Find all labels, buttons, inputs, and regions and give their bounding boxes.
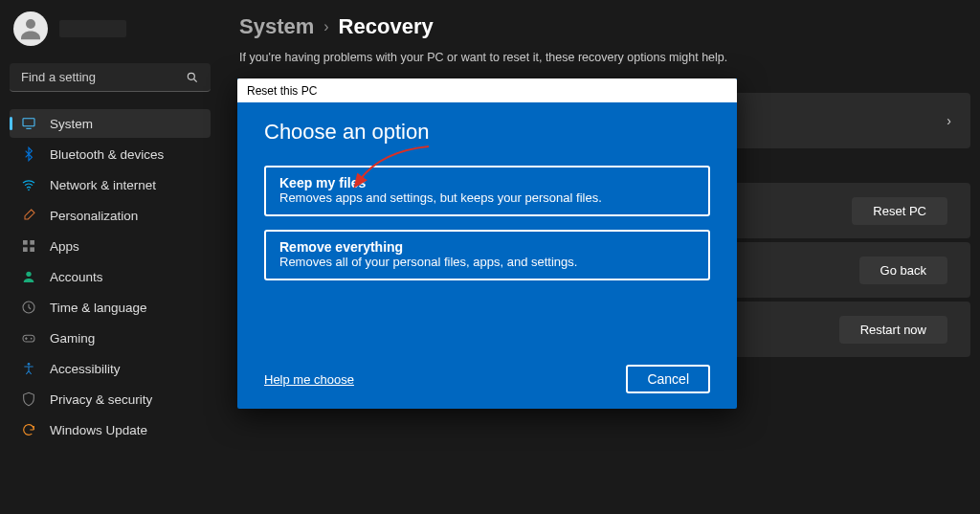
sidebar-item-label: Personalization [50,209,138,223]
svg-point-5 [28,189,30,190]
svg-rect-12 [23,335,34,342]
svg-point-13 [31,338,33,340]
sidebar-item-label: Accounts [50,270,103,284]
wifi-icon [21,177,36,192]
option-title: Remove everything [279,239,695,255]
sidebar-item-accessibility[interactable]: Accessibility [10,354,211,383]
sidebar-item-label: Network & internet [50,178,156,192]
nav-list: SystemBluetooth & devicesNetwork & inter… [10,109,211,444]
svg-point-0 [26,19,35,29]
svg-point-14 [28,363,31,366]
restart-now-button[interactable]: Restart now [839,316,947,344]
page-title: Recovery [339,14,434,39]
account-icon [21,269,36,284]
dialog-title: Reset this PC [247,84,317,98]
sidebar-item-label: Privacy & security [50,392,152,407]
brush-icon [21,208,36,223]
sidebar-item-personalization[interactable]: Personalization [10,201,211,230]
sidebar-item-system[interactable]: System [10,109,211,138]
gaming-icon [21,330,36,346]
apps-icon [21,238,36,254]
page-subtitle: If you're having problems with your PC o… [239,51,970,64]
svg-rect-8 [23,247,28,252]
option-title: Keep my files [279,175,695,190]
shield-icon [21,391,36,407]
sidebar-item-bluetooth-devices[interactable]: Bluetooth & devices [10,140,211,168]
access-icon [21,361,36,376]
svg-rect-6 [23,240,28,245]
dialog-heading: Choose an option [264,120,710,145]
sidebar-item-label: Time & language [50,301,147,315]
sidebar-item-label: Bluetooth & devices [50,147,164,162]
sidebar-item-label: Windows Update [50,423,147,437]
sidebar-item-accounts[interactable]: Accounts [10,262,211,291]
breadcrumb: System › Recovery [239,14,970,39]
svg-line-2 [194,78,197,81]
reset-pc-dialog: Reset this PC Choose an option Keep my f… [237,78,737,409]
bluetooth-icon [21,146,36,162]
sidebar-item-apps[interactable]: Apps [10,232,211,260]
system-icon [21,116,36,131]
svg-rect-9 [30,247,34,252]
breadcrumb-parent[interactable]: System [239,14,314,39]
clock-icon [21,300,36,315]
help-me-choose-link[interactable]: Help me choose [264,372,354,387]
sidebar-item-time-language[interactable]: Time & language [10,293,211,322]
account-name-redacted [59,20,126,37]
chevron-right-icon: › [323,18,328,35]
update-icon [21,422,36,437]
sidebar-item-label: Accessibility [50,362,121,376]
cancel-button[interactable]: Cancel [626,365,710,393]
svg-point-1 [188,73,194,79]
dialog-titlebar: Reset this PC [237,78,737,102]
svg-rect-7 [30,240,34,245]
option-remove-everything[interactable]: Remove everything Removes all of your pe… [264,230,710,280]
option-keep-my-files[interactable]: Keep my files Removes apps and settings,… [264,166,710,216]
account-header[interactable] [10,11,211,46]
svg-rect-3 [23,119,34,126]
option-desc: Removes all of your personal files, apps… [279,255,695,269]
sidebar-item-label: System [50,117,93,131]
chevron-right-icon: › [947,113,951,128]
sidebar-item-privacy-security[interactable]: Privacy & security [10,385,211,413]
sidebar-item-label: Gaming [50,331,95,346]
sidebar-item-gaming[interactable]: Gaming [10,324,211,352]
sidebar: Find a setting SystemBluetooth & devices… [0,0,220,514]
svg-point-10 [26,272,31,277]
sidebar-item-windows-update[interactable]: Windows Update [10,415,211,444]
search-input[interactable]: Find a setting [10,63,211,92]
reset-pc-button[interactable]: Reset PC [852,197,947,225]
option-desc: Removes apps and settings, but keeps you… [279,190,695,205]
sidebar-item-network-internet[interactable]: Network & internet [10,170,211,199]
go-back-button[interactable]: Go back [859,257,947,284]
search-placeholder: Find a setting [21,70,96,84]
sidebar-item-label: Apps [50,239,79,254]
search-icon [186,71,199,84]
avatar [13,11,48,46]
